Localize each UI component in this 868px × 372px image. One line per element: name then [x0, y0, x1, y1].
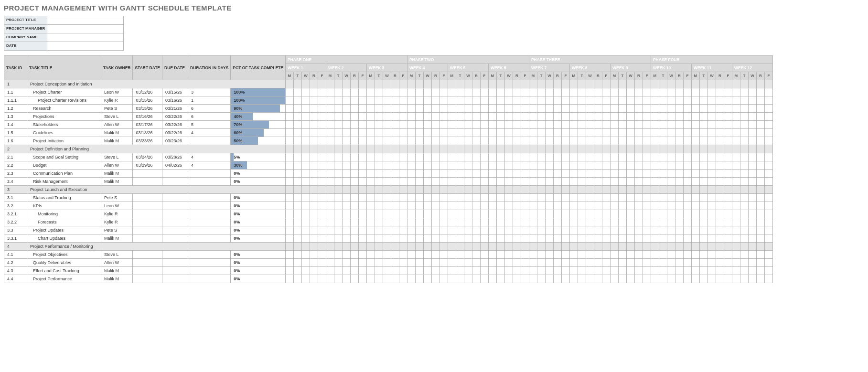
- gantt-cell[interactable]: [310, 121, 318, 129]
- gantt-cell[interactable]: [610, 210, 618, 218]
- gantt-cell[interactable]: [285, 226, 293, 234]
- gantt-cell[interactable]: [383, 178, 391, 186]
- gantt-cell[interactable]: [553, 275, 561, 283]
- gantt-cell[interactable]: [407, 251, 415, 259]
- gantt-cell[interactable]: [399, 113, 407, 121]
- gantt-cell[interactable]: [699, 88, 707, 96]
- gantt-cell[interactable]: [602, 137, 610, 145]
- gantt-cell[interactable]: [407, 210, 415, 218]
- gantt-cell[interactable]: [350, 161, 358, 170]
- gantt-cell[interactable]: [586, 251, 594, 259]
- gantt-cell[interactable]: [537, 259, 545, 267]
- gantt-cell[interactable]: [578, 234, 586, 243]
- gantt-cell[interactable]: [643, 267, 651, 275]
- gantt-cell[interactable]: [439, 259, 448, 267]
- gantt-cell[interactable]: [456, 178, 464, 186]
- gantt-cell[interactable]: [707, 218, 716, 226]
- gantt-cell[interactable]: [651, 194, 659, 202]
- gantt-cell[interactable]: [504, 259, 513, 267]
- gantt-cell[interactable]: [594, 129, 602, 137]
- gantt-cell[interactable]: [472, 129, 480, 137]
- gantt-cell[interactable]: [716, 251, 724, 259]
- gantt-cell[interactable]: [610, 137, 618, 145]
- gantt-cell[interactable]: [350, 267, 358, 275]
- gantt-cell[interactable]: [375, 129, 383, 137]
- gantt-cell[interactable]: [537, 178, 545, 186]
- due-date-cell[interactable]: [162, 210, 188, 218]
- gantt-cell[interactable]: [423, 267, 431, 275]
- gantt-cell[interactable]: [366, 259, 375, 267]
- gantt-cell[interactable]: [626, 178, 634, 186]
- gantt-cell[interactable]: [545, 234, 553, 243]
- gantt-cell[interactable]: [545, 251, 553, 259]
- gantt-cell[interactable]: [439, 226, 448, 234]
- due-date-cell[interactable]: [162, 251, 188, 259]
- gantt-cell[interactable]: [724, 194, 732, 202]
- gantt-cell[interactable]: [342, 105, 350, 113]
- gantt-cell[interactable]: [537, 88, 545, 96]
- gantt-cell[interactable]: [569, 202, 578, 210]
- gantt-cell[interactable]: [293, 275, 301, 283]
- gantt-cell[interactable]: [399, 267, 407, 275]
- gantt-cell[interactable]: [293, 121, 301, 129]
- gantt-cell[interactable]: [659, 96, 667, 105]
- gantt-cell[interactable]: [399, 121, 407, 129]
- gantt-cell[interactable]: [358, 129, 366, 137]
- gantt-cell[interactable]: [748, 121, 756, 129]
- gantt-cell[interactable]: [683, 88, 691, 96]
- gantt-cell[interactable]: [610, 105, 618, 113]
- gantt-cell[interactable]: [553, 178, 561, 186]
- gantt-cell[interactable]: [285, 153, 293, 161]
- gantt-cell[interactable]: [326, 178, 334, 186]
- gantt-cell[interactable]: [578, 202, 586, 210]
- gantt-cell[interactable]: [391, 202, 399, 210]
- gantt-cell[interactable]: [375, 234, 383, 243]
- gantt-cell[interactable]: [724, 218, 732, 226]
- gantt-cell[interactable]: [415, 88, 423, 96]
- gantt-cell[interactable]: [310, 178, 318, 186]
- gantt-cell[interactable]: [342, 153, 350, 161]
- gantt-cell[interactable]: [740, 129, 748, 137]
- gantt-cell[interactable]: [764, 226, 772, 234]
- gantt-cell[interactable]: [586, 129, 594, 137]
- due-date-cell[interactable]: 03/21/26: [162, 105, 188, 113]
- gantt-cell[interactable]: [602, 226, 610, 234]
- gantt-cell[interactable]: [301, 202, 310, 210]
- gantt-cell[interactable]: [472, 153, 480, 161]
- gantt-cell[interactable]: [415, 251, 423, 259]
- gantt-cell[interactable]: [594, 259, 602, 267]
- gantt-cell[interactable]: [610, 267, 618, 275]
- gantt-cell[interactable]: [456, 121, 464, 129]
- gantt-cell[interactable]: [383, 88, 391, 96]
- gantt-cell[interactable]: [513, 194, 521, 202]
- pct-complete-cell[interactable]: 30%: [231, 161, 286, 170]
- gantt-cell[interactable]: [707, 137, 716, 145]
- gantt-cell[interactable]: [667, 226, 675, 234]
- gantt-cell[interactable]: [618, 275, 626, 283]
- gantt-cell[interactable]: [285, 170, 293, 178]
- gantt-cell[interactable]: [699, 113, 707, 121]
- gantt-cell[interactable]: [513, 218, 521, 226]
- due-date-cell[interactable]: [162, 202, 188, 210]
- gantt-cell[interactable]: [439, 161, 448, 170]
- gantt-cell[interactable]: [383, 137, 391, 145]
- gantt-cell[interactable]: [545, 275, 553, 283]
- gantt-cell[interactable]: [342, 275, 350, 283]
- gantt-cell[interactable]: [659, 194, 667, 202]
- gantt-cell[interactable]: [651, 259, 659, 267]
- gantt-cell[interactable]: [480, 121, 488, 129]
- gantt-cell[interactable]: [602, 113, 610, 121]
- gantt-cell[interactable]: [740, 226, 748, 234]
- gantt-cell[interactable]: [293, 96, 301, 105]
- gantt-cell[interactable]: [431, 113, 439, 121]
- gantt-cell[interactable]: [318, 170, 326, 178]
- task-id-cell[interactable]: 3.1: [4, 194, 27, 202]
- pct-complete-cell[interactable]: 50%: [231, 137, 286, 145]
- gantt-cell[interactable]: [399, 226, 407, 234]
- gantt-cell[interactable]: [415, 96, 423, 105]
- gantt-cell[interactable]: [456, 234, 464, 243]
- gantt-cell[interactable]: [383, 161, 391, 170]
- gantt-cell[interactable]: [610, 153, 618, 161]
- gantt-cell[interactable]: [683, 234, 691, 243]
- gantt-cell[interactable]: [699, 210, 707, 218]
